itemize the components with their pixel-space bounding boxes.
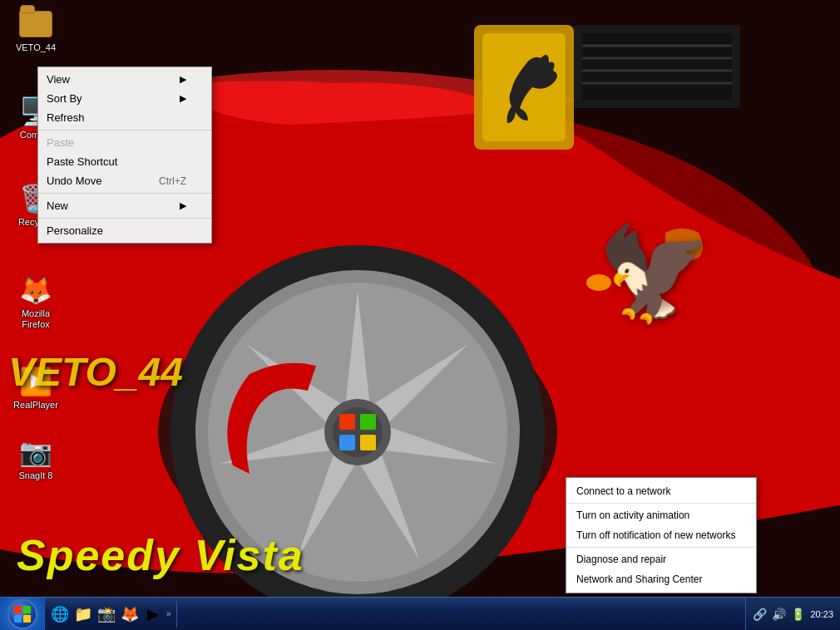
folder-icon bbox=[19, 7, 52, 41]
quick-launch: 🌐 📁 📸 🦊 ▶ » bbox=[45, 601, 177, 628]
svg-rect-17 bbox=[339, 435, 355, 450]
ctx-new[interactable]: New ▶ bbox=[38, 196, 211, 215]
ctx-separator-1 bbox=[38, 130, 211, 130]
svg-rect-31 bbox=[14, 615, 22, 623]
ctx-shortcut: Ctrl+Z bbox=[159, 175, 186, 187]
net-separator-2 bbox=[566, 547, 756, 548]
desktop-icon-label: VETO_44 bbox=[16, 42, 56, 53]
start-button[interactable] bbox=[0, 598, 45, 631]
firefox-icon: 🦊 bbox=[19, 273, 52, 307]
tray-battery-icon[interactable]: 🔋 bbox=[791, 608, 805, 621]
ql-folder-icon[interactable]: 📁 bbox=[73, 604, 93, 624]
ctx-view[interactable]: View ▶ bbox=[38, 70, 211, 89]
ctx-separator-3 bbox=[38, 218, 211, 219]
windows-logo bbox=[7, 599, 37, 629]
ctx-paste-shortcut[interactable]: Paste Shortcut bbox=[38, 152, 211, 171]
speedy-vista-text: Speedy Vista bbox=[17, 530, 304, 580]
svg-rect-16 bbox=[360, 414, 376, 430]
tray-network-icon[interactable]: 🔗 bbox=[753, 608, 767, 621]
veto-watermark-text: VETO_44 bbox=[8, 349, 183, 395]
ctx-sort-by[interactable]: Sort By ▶ bbox=[38, 89, 211, 108]
svg-rect-23 bbox=[582, 33, 732, 100]
ctx-arrow: ▶ bbox=[180, 93, 186, 104]
ctx-paste[interactable]: Paste bbox=[38, 133, 211, 152]
net-sharing-center[interactable]: Network and Sharing Center bbox=[566, 569, 756, 589]
desktop-icon-veto44[interactable]: VETO_44 bbox=[7, 4, 65, 57]
desktop-icon-firefox[interactable]: 🦊 MozillaFirefox bbox=[7, 270, 65, 333]
desktop-icon-label: MozillaFirefox bbox=[22, 308, 50, 330]
desktop-icon-label: SnagIt 8 bbox=[19, 470, 53, 481]
snagit-icon: 📷 bbox=[19, 436, 52, 469]
quick-launch-expand[interactable]: » bbox=[165, 609, 173, 618]
net-turn-on-animation[interactable]: Turn on activity animation bbox=[566, 505, 756, 525]
svg-rect-18 bbox=[360, 435, 376, 450]
ctx-refresh[interactable]: Refresh bbox=[38, 108, 211, 127]
ql-screenshot-icon[interactable]: 📸 bbox=[96, 604, 116, 624]
svg-rect-15 bbox=[339, 414, 355, 430]
ctx-arrow: ▶ bbox=[180, 74, 186, 85]
desktop: 🦅 VETO_44 🖥️ Comp... 🗑️ Recycl... 🦊 Mozi… bbox=[0, 0, 840, 630]
svg-rect-32 bbox=[23, 615, 31, 623]
net-separator-1 bbox=[566, 503, 756, 504]
desktop-icon-label: RealPlayer bbox=[13, 400, 58, 411]
ctx-arrow: ▶ bbox=[180, 200, 186, 211]
svg-rect-29 bbox=[14, 606, 22, 613]
tray-sound-icon[interactable]: 🔊 bbox=[772, 608, 786, 621]
ctx-undo-move[interactable]: Undo Move Ctrl+Z bbox=[38, 171, 211, 190]
taskbar: 🌐 📁 📸 🦊 ▶ » 🔗 🔊 🔋 20:23 bbox=[0, 597, 840, 630]
ql-ie-icon[interactable]: 🌐 bbox=[50, 604, 70, 624]
taskbar-items-area bbox=[177, 598, 840, 631]
svg-rect-30 bbox=[23, 606, 31, 613]
net-diagnose[interactable]: Diagnose and repair bbox=[566, 549, 756, 569]
ql-media-icon[interactable]: ▶ bbox=[143, 604, 163, 624]
owl-mascot: 🦅 bbox=[597, 220, 711, 327]
ctx-personalize[interactable]: Personalize bbox=[38, 221, 211, 240]
context-menu: View ▶ Sort By ▶ Refresh Paste Paste Sho… bbox=[37, 66, 212, 244]
net-connect[interactable]: Connect to a network bbox=[566, 481, 756, 501]
system-tray: 🔗 🔊 🔋 20:23 bbox=[745, 598, 840, 631]
tray-clock[interactable]: 20:23 bbox=[810, 609, 833, 619]
network-popup: Connect to a network Turn on activity an… bbox=[566, 477, 757, 593]
desktop-icon-snagit[interactable]: 📷 SnagIt 8 bbox=[7, 432, 65, 485]
ql-firefox-icon[interactable]: 🦊 bbox=[120, 604, 140, 624]
ctx-separator-2 bbox=[38, 193, 211, 194]
net-turn-off-notification[interactable]: Turn off notification of new networks bbox=[566, 525, 756, 545]
